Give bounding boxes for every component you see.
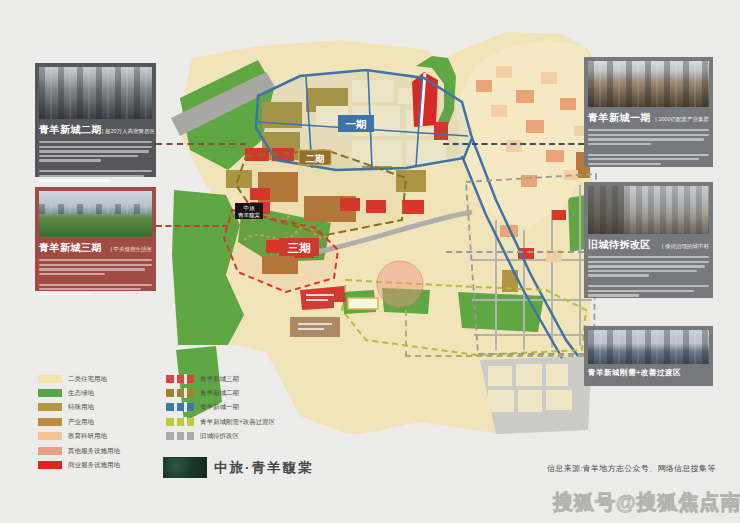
legend-label: 其他服务设施用地 <box>68 447 120 456</box>
photo-texture <box>588 330 709 364</box>
source-attribution: 信息来源:青羊地方志公众号、网络信息搜集等 <box>547 463 716 474</box>
phase3-badge-label: 三期 <box>288 242 312 254</box>
legend-label: 特殊用地 <box>68 403 94 412</box>
legend-item: 青羊新城一期 <box>166 402 239 412</box>
legend-label: 生态绿地 <box>68 389 94 398</box>
legend-swatch <box>38 403 62 411</box>
card-phase1-title: 青羊新城一期 <box>588 111 651 125</box>
project-marker-line2: 青羊馥棠 <box>238 212 261 219</box>
card-transition-title: 青羊新城刚需+改善过渡区 <box>588 368 681 378</box>
card-phase2-title: 青羊新城二期 <box>39 123 102 137</box>
phase2-badge: 二期 <box>299 150 331 165</box>
legend-swatch <box>166 403 194 411</box>
phase1-badge: 一期 <box>338 115 374 132</box>
card-transition-photo <box>588 330 709 364</box>
legend-label: 旧城待拆改区 <box>200 432 239 441</box>
legend-item: 特殊用地 <box>38 402 94 412</box>
legend-label: 商业服务设施用地 <box>68 461 120 470</box>
photo-texture <box>39 67 152 119</box>
legend-swatch <box>166 375 194 383</box>
legend-item: 旧城待拆改区 <box>166 431 239 441</box>
connector-transition-vertical <box>405 310 407 357</box>
yellow-label-box <box>348 298 378 309</box>
legend-item: 青羊新城二期 <box>166 388 239 398</box>
card-phase3-photo <box>39 191 152 237</box>
legend-item: 教育科研用地 <box>38 431 107 441</box>
legend-swatch <box>38 447 62 455</box>
legend-item: 生态绿地 <box>38 388 94 398</box>
legend-swatch <box>38 461 62 469</box>
connector-transition-horizontal <box>405 355 584 357</box>
legend-label: 青羊新城二期 <box>200 389 239 398</box>
legend-item: 青羊新城刚需+改善过渡区 <box>166 417 275 427</box>
project-marker-line1: 中旅 <box>244 205 256 211</box>
legend-item: 二类住宅用地 <box>38 374 107 384</box>
map-southeast-gray-zone <box>480 356 592 434</box>
card-phase1-body-text <box>588 129 709 165</box>
watermark-text: 搜狐号@搜狐焦点南充站 <box>553 489 740 516</box>
phase3-badge: 三期 <box>279 238 319 256</box>
legend-swatch <box>38 432 62 440</box>
legend-swatch <box>166 389 194 397</box>
legend-item: 商业服务设施用地 <box>38 460 120 470</box>
connector-phase3 <box>156 225 228 227</box>
card-phase3-body-text <box>39 259 152 295</box>
brand-logo-text: 中旅·青羊馥棠 <box>214 459 314 477</box>
legend-item: 其他服务设施用地 <box>38 446 120 456</box>
phase1-badge-label: 一期 <box>346 118 367 130</box>
connector-phase2 <box>156 143 246 145</box>
legend-label: 产业用地 <box>68 418 94 427</box>
card-oldtown-photo <box>588 186 709 234</box>
card-phase2: 青羊新城二期 | 超20万人高密聚居区 <box>35 63 156 177</box>
phase2-badge-label: 二期 <box>306 153 325 164</box>
card-phase1-subtitle: | 1000亿配套产业集群 <box>655 116 709 123</box>
legend-label: 教育科研用地 <box>68 432 107 441</box>
legend-swatch <box>38 375 62 383</box>
card-phase2-body-text <box>39 141 152 182</box>
card-oldtown-subtitle: | 亟待治理的城中村 <box>662 243 709 250</box>
poster-background: { "map": { "badges": { "phase1": "一期", "… <box>0 0 740 523</box>
project-highlight-circle <box>377 261 423 307</box>
photo-texture <box>39 204 152 214</box>
card-transition: 青羊新城刚需+改善过渡区 <box>584 326 713 386</box>
card-phase1-photo <box>588 61 709 107</box>
legend-swatch <box>38 389 62 397</box>
legend-swatch <box>166 432 194 440</box>
project-marker-badge: 中旅 青羊馥棠 <box>235 203 263 219</box>
connector-oldtown <box>446 251 584 253</box>
legend-item: 青羊新城三期 <box>166 374 239 384</box>
photo-texture <box>588 186 709 234</box>
card-phase3-title: 青羊新城三期 <box>39 241 102 255</box>
legend-label: 青羊新城一期 <box>200 403 239 412</box>
card-phase2-subtitle: | 超20万人高密聚居区 <box>102 128 155 135</box>
card-phase1: 青羊新城一期 | 1000亿配套产业集群 <box>584 57 713 167</box>
brown-landmark-building <box>290 317 340 337</box>
card-phase3-subtitle: | 中央低密生活区 <box>111 246 152 253</box>
card-phase3: 青羊新城三期 | 中央低密生活区 <box>35 187 156 291</box>
photo-texture <box>588 61 709 107</box>
card-oldtown-body-text <box>588 256 709 297</box>
planning-map: 一期 二期 三期 中旅 青羊馥棠 <box>166 10 602 434</box>
card-oldtown: 旧城待拆改区 | 亟待治理的城中村 <box>584 182 713 298</box>
legend-swatch <box>38 418 62 426</box>
legend-item: 产业用地 <box>38 417 94 427</box>
connector-phase1 <box>443 143 584 145</box>
legend-swatch <box>166 418 194 426</box>
card-phase2-photo <box>39 67 152 119</box>
legend-label: 青羊新城刚需+改善过渡区 <box>200 418 275 427</box>
brand-logo-image <box>163 457 207 478</box>
legend-label: 二类住宅用地 <box>68 375 107 384</box>
legend-label: 青羊新城三期 <box>200 375 239 384</box>
card-oldtown-title: 旧城待拆改区 <box>588 238 651 252</box>
